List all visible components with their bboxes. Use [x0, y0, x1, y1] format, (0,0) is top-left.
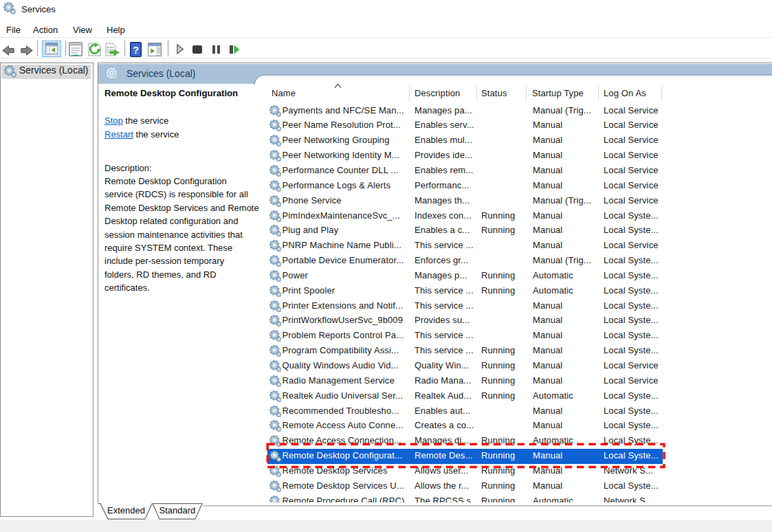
svg-text:?: ? — [133, 44, 139, 56]
